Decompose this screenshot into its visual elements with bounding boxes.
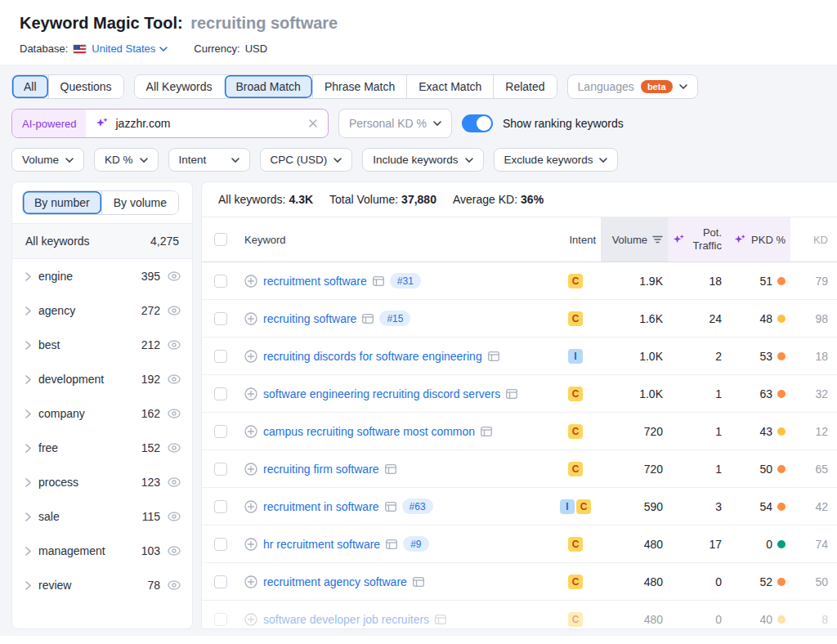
row-checkbox[interactable] — [214, 275, 227, 288]
add-keyword-icon[interactable] — [244, 275, 257, 288]
add-keyword-icon[interactable] — [244, 425, 257, 438]
show-ranking-toggle[interactable] — [462, 114, 493, 132]
group-label: review — [38, 579, 140, 592]
filter-exclude-keywords[interactable]: Exclude keywords — [494, 148, 619, 172]
serp-features-icon[interactable] — [385, 464, 396, 474]
all-keywords-group[interactable]: All keywords 4,275 — [12, 223, 192, 259]
filter-kd-[interactable]: KD % — [94, 148, 159, 172]
row-checkbox[interactable] — [214, 350, 227, 363]
group-count: 78 — [147, 579, 160, 592]
filter-volume[interactable]: Volume — [11, 148, 84, 172]
filter-cpc-usd-[interactable]: CPC (USD) — [260, 148, 353, 172]
keyword-link[interactable]: hr recruitment software — [263, 538, 380, 551]
filter-intent[interactable]: Intent — [168, 148, 250, 172]
keyword-link[interactable]: recruiting software — [263, 312, 356, 325]
tab-phrase-match[interactable]: Phrase Match — [312, 75, 406, 98]
sort-icon[interactable] — [652, 235, 663, 244]
keyword-link[interactable]: recruiting discords for software enginee… — [263, 350, 482, 363]
serp-features-icon[interactable] — [413, 577, 424, 587]
keyword-link[interactable]: recruitment in software — [263, 500, 379, 513]
row-checkbox[interactable] — [214, 425, 227, 438]
add-keyword-icon[interactable] — [244, 575, 257, 588]
group-item-engine[interactable]: engine395 — [12, 259, 192, 293]
tab-all[interactable]: All — [12, 75, 48, 98]
sidebar-tab-by-volume[interactable]: By volume — [101, 191, 178, 214]
add-keyword-icon[interactable] — [244, 350, 257, 363]
add-keyword-icon[interactable] — [244, 312, 257, 325]
database-select[interactable]: United States — [92, 42, 168, 55]
col-kd[interactable]: KD — [790, 217, 833, 262]
row-checkbox[interactable] — [214, 463, 227, 476]
intent-badge-c: C — [568, 575, 583, 589]
serp-features-icon[interactable] — [385, 502, 396, 512]
intent-badge-i: I — [560, 499, 575, 514]
row-checkbox[interactable] — [214, 538, 227, 551]
group-item-development[interactable]: development192 — [12, 362, 192, 396]
eye-icon[interactable] — [168, 443, 181, 453]
keyword-link[interactable]: software developer job recruiters — [263, 613, 429, 626]
col-keyword[interactable]: Keyword — [239, 217, 550, 262]
col-volume[interactable]: Volume — [601, 217, 668, 262]
col-pot-traffic[interactable]: Pot. Traffic — [668, 217, 727, 262]
row-checkbox[interactable] — [214, 387, 227, 400]
eye-icon[interactable] — [168, 271, 181, 281]
group-item-company[interactable]: company162 — [12, 396, 192, 431]
group-item-process[interactable]: process123 — [12, 465, 192, 499]
all-keywords-count: 4,275 — [150, 235, 179, 248]
serp-features-icon[interactable] — [362, 314, 374, 324]
row-checkbox[interactable] — [214, 575, 227, 588]
group-label: company — [38, 407, 134, 420]
pot-traffic-value: 1 — [668, 463, 727, 476]
serp-features-icon[interactable] — [506, 389, 517, 399]
sidebar-tab-by-number[interactable]: By number — [23, 191, 101, 214]
col-pkd[interactable]: PKD % — [727, 217, 790, 262]
eye-icon[interactable] — [168, 340, 181, 350]
tab-all-keywords[interactable]: All Keywords — [135, 75, 224, 98]
keyword-link[interactable]: recruitment software — [263, 275, 367, 288]
keyword-link[interactable]: campus recruiting software most common — [263, 425, 475, 438]
languages-dropdown[interactable]: Languages beta — [567, 74, 698, 99]
serp-features-icon[interactable] — [373, 276, 384, 286]
add-keyword-icon[interactable] — [244, 613, 257, 626]
col-intent[interactable]: Intent — [550, 217, 601, 262]
tab-exact-match[interactable]: Exact Match — [406, 75, 493, 98]
add-keyword-icon[interactable] — [244, 500, 257, 513]
personal-kd-dropdown[interactable]: Personal KD % — [338, 109, 452, 138]
keyword-link[interactable]: recruiting firm software — [263, 463, 379, 476]
serp-features-icon[interactable] — [481, 427, 492, 436]
row-checkbox[interactable] — [214, 312, 227, 325]
group-item-review[interactable]: review78 — [12, 568, 192, 602]
row-checkbox[interactable] — [214, 613, 227, 626]
serp-features-icon[interactable] — [488, 351, 499, 361]
eye-icon[interactable] — [168, 409, 181, 418]
add-keyword-icon[interactable] — [244, 538, 257, 551]
group-item-best[interactable]: best212 — [12, 328, 192, 362]
eye-icon[interactable] — [168, 580, 181, 590]
add-keyword-icon[interactable] — [244, 463, 257, 476]
add-keyword-icon[interactable] — [244, 387, 257, 400]
keyword-link[interactable]: recruitment agency software — [263, 575, 407, 588]
table-row: recruitment in software#63IC59035442 — [202, 488, 837, 525]
tab-broad-match[interactable]: Broad Match — [224, 75, 312, 98]
eye-icon[interactable] — [168, 374, 181, 384]
row-checkbox[interactable] — [214, 500, 227, 513]
search-input[interactable] — [115, 117, 302, 130]
tab-related[interactable]: Related — [493, 75, 556, 98]
select-all-checkbox[interactable] — [214, 233, 227, 246]
eye-icon[interactable] — [168, 306, 181, 315]
group-item-sale[interactable]: sale115 — [12, 499, 192, 534]
clear-search-icon[interactable] — [308, 119, 318, 128]
group-item-agency[interactable]: agency272 — [12, 293, 192, 328]
serp-features-icon[interactable] — [386, 539, 397, 549]
eye-icon[interactable] — [168, 477, 181, 487]
tab-questions[interactable]: Questions — [48, 75, 123, 98]
keywords-table-card: All keywords:4.3KTotal Volume:37,880Aver… — [201, 181, 837, 629]
eye-icon[interactable] — [168, 512, 181, 521]
filter-include-keywords[interactable]: Include keywords — [362, 148, 483, 172]
serp-features-icon[interactable] — [435, 615, 446, 624]
eye-icon[interactable] — [168, 546, 181, 556]
keyword-link[interactable]: software engineering recruiting discord … — [263, 387, 500, 400]
group-item-free[interactable]: free152 — [12, 431, 192, 465]
pkd-dot — [777, 615, 786, 624]
group-item-management[interactable]: management103 — [12, 534, 192, 568]
